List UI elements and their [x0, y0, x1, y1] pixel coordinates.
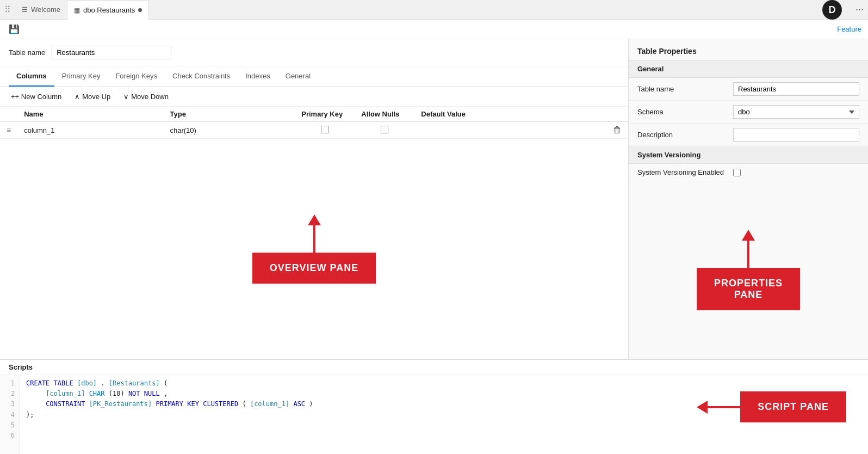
tab-restaurants[interactable]: ▦ dbo.Restaurants	[67, 0, 149, 20]
line-num-6: 6	[4, 431, 15, 441]
kw-null: NULL	[144, 390, 160, 397]
code-line-4: );	[26, 410, 861, 420]
delete-row-button[interactable]: 🗑	[613, 125, 622, 135]
properties-annotation-wrapper: PROPERTIESPANE	[697, 230, 800, 310]
line-num-4: 4	[4, 410, 15, 420]
overview-pane: Table name Columns Primary Key Foreign K…	[0, 39, 629, 359]
prop-input-tablename[interactable]	[733, 82, 859, 96]
overview-arrow-shaft	[313, 225, 315, 253]
kw-constraint: CONSTRAINT	[46, 400, 85, 408]
row-default-value[interactable]	[414, 122, 606, 139]
move-up-icon: ∧	[75, 93, 80, 101]
kw-clustered: CLUSTERED	[203, 400, 238, 408]
row-name[interactable]: column_1	[17, 122, 163, 139]
overview-annotation-box: OVERVIEW PANE	[252, 253, 376, 284]
move-down-label: Move Down	[131, 93, 169, 101]
drag-handle-icon: ⠿	[4, 4, 11, 15]
row-primary-key-cell	[295, 122, 355, 139]
tab-indexes[interactable]: Indexes	[238, 66, 278, 87]
tab-welcome[interactable]: ☰ Welcome	[15, 0, 67, 20]
table-name-input[interactable]	[52, 46, 171, 59]
new-column-icon: +	[11, 93, 15, 101]
tab-primary-key[interactable]: Primary Key	[54, 66, 108, 87]
overview-annotation-wrapper: OVERVIEW PANE	[252, 214, 376, 284]
tab-more-button[interactable]: ···	[855, 4, 864, 15]
prop-section-sysver: System Versioning	[629, 146, 868, 164]
script-section: Scripts 1 2 3 4 5 6 CREATE TABLE [dbo] .…	[0, 359, 868, 454]
properties-annotation-box: PROPERTIESPANE	[697, 268, 800, 310]
properties-arrow-shaft	[747, 241, 749, 268]
line-num-2: 2	[4, 389, 15, 399]
code-area: CREATE TABLE [dbo] . [Restaurants] ( [co…	[20, 375, 868, 454]
th-primary-key: Primary Key	[295, 107, 355, 122]
section-tabs: Columns Primary Key Foreign Keys Check C…	[0, 66, 628, 87]
code-line-1: CREATE TABLE [dbo] . [Restaurants] (	[26, 378, 861, 389]
row-delete-cell: 🗑	[606, 122, 628, 139]
column-toolbar: + + New Column ∧ Move Up ∨ Move Down	[0, 87, 628, 107]
prop-input-description[interactable]	[733, 128, 859, 142]
overview-arrow-head	[308, 214, 321, 225]
table-row: ≡ column_1 char(10) 🗑	[0, 122, 628, 139]
obj-schema: [dbo]	[77, 379, 97, 387]
tab-dot	[138, 8, 142, 12]
main-container: Table name Columns Primary Key Foreign K…	[0, 39, 868, 359]
feature-link[interactable]: Feature	[837, 25, 861, 33]
obj-col: [column_1]	[46, 390, 85, 397]
save-button[interactable]: 💾	[7, 23, 22, 35]
tab-restaurants-label: dbo.Restaurants	[83, 6, 135, 14]
kw-table: TABLE	[54, 379, 73, 387]
columns-table-container: Name Type Primary Key Allow Nulls Defaul…	[0, 107, 628, 139]
prop-row-sysver: System Versioning Enabled	[629, 164, 868, 181]
th-name: Name	[17, 107, 163, 122]
script-header: Scripts	[0, 360, 868, 375]
new-column-label: + New Column	[15, 93, 62, 101]
kw-key: KEY	[187, 400, 199, 408]
primary-key-checkbox[interactable]	[321, 126, 328, 133]
new-column-button[interactable]: + + New Column	[9, 91, 64, 102]
avatar: D	[822, 0, 842, 20]
welcome-icon: ☰	[22, 6, 28, 14]
tab-welcome-label: Welcome	[31, 5, 60, 14]
tab-columns[interactable]: Columns	[9, 66, 54, 87]
properties-pane: Table Properties General Table name Sche…	[629, 39, 868, 359]
line-num-5: 5	[4, 420, 15, 431]
properties-annotation-area: PROPERTIESPANE	[629, 181, 868, 359]
prop-row-schema: Schema dbo	[629, 101, 868, 124]
obj-table: [Restaurants]	[109, 379, 160, 387]
script-body: 1 2 3 4 5 6 CREATE TABLE [dbo] . [Restau…	[0, 375, 868, 454]
obj-pk: [PK_Restaurants]	[89, 400, 152, 408]
allow-nulls-checkbox[interactable]	[381, 126, 388, 133]
kw-primary: PRIMARY	[156, 400, 183, 408]
kw-create: CREATE	[26, 379, 49, 387]
overview-annotation-container: OVERVIEW PANE	[0, 139, 628, 359]
row-drag-handle: ≡	[0, 122, 17, 139]
move-down-icon: ∨	[123, 93, 129, 101]
prop-select-schema[interactable]: dbo	[733, 105, 859, 119]
code-line-3: CONSTRAINT [PK_Restaurants] PRIMARY KEY …	[26, 399, 861, 409]
save-icon: 💾	[9, 24, 20, 34]
sysver-checkbox[interactable]	[733, 169, 741, 176]
prop-section-general: General	[629, 60, 868, 78]
tab-check-constraints[interactable]: Check Constraints	[165, 66, 238, 87]
row-type[interactable]: char(10)	[164, 122, 295, 139]
kw-asc: ASC	[293, 400, 305, 408]
kw-char: CHAR	[89, 390, 105, 397]
table-icon: ▦	[74, 7, 80, 14]
table-name-label: Table name	[9, 48, 45, 57]
columns-table: Name Type Primary Key Allow Nulls Defaul…	[0, 107, 628, 139]
line-num-1: 1	[4, 378, 15, 389]
move-up-button[interactable]: ∧ Move Up	[72, 91, 113, 102]
th-allow-nulls: Allow Nulls	[355, 107, 414, 122]
tab-general[interactable]: General	[278, 66, 318, 87]
th-drag	[0, 107, 17, 122]
tab-foreign-keys[interactable]: Foreign Keys	[108, 66, 165, 87]
kw-not: NOT	[128, 390, 140, 397]
prop-label-description: Description	[637, 131, 724, 139]
obj-col2: [column_1]	[250, 400, 289, 408]
prop-label-schema: Schema	[637, 108, 724, 116]
th-default-value: Default Value	[414, 107, 606, 122]
prop-row-description: Description	[629, 124, 868, 146]
toolbar-row: 💾 Feature	[0, 20, 868, 39]
row-allow-nulls-cell	[355, 122, 414, 139]
move-down-button[interactable]: ∨ Move Down	[121, 91, 171, 102]
